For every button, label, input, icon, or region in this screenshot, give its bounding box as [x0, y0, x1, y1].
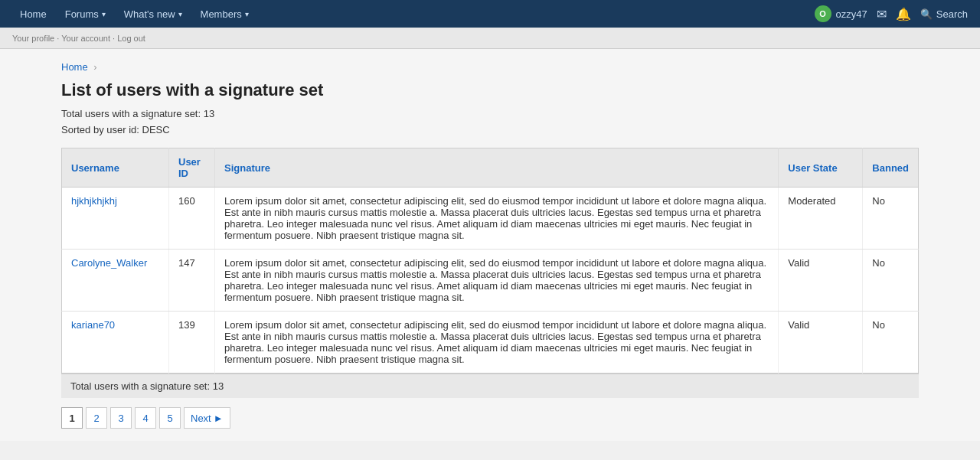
page-btn-5[interactable]: 5	[159, 407, 181, 429]
table-row: kariane70 139 Lorem ipsum dolor sit amet…	[62, 312, 919, 374]
page-btn-4[interactable]: 4	[135, 407, 156, 429]
cell-userstate-2: Valid	[779, 312, 863, 374]
cell-username-1: Carolyne_Walker	[62, 250, 169, 312]
main-content: Home › List of users with a signature se…	[0, 49, 980, 441]
username-label: ozzy47	[836, 8, 867, 20]
user-profile-button[interactable]: O ozzy47	[815, 5, 867, 22]
search-icon: 🔍	[920, 8, 933, 20]
nav-whats-new-label: What's new	[124, 8, 175, 20]
nav-home-label: Home	[20, 8, 47, 20]
search-button[interactable]: 🔍 Search	[920, 8, 968, 20]
cell-username-2: kariane70	[62, 312, 169, 374]
page-title: List of users with a signature set	[61, 80, 919, 100]
secondary-nav-bar: Your profile · Your account · Log out	[0, 28, 980, 49]
nav-home[interactable]: Home	[12, 4, 54, 24]
cell-signature-2: Lorem ipsum dolor sit amet, consectetur …	[215, 312, 779, 374]
cell-banned-0: No	[863, 188, 919, 250]
cell-signature-1: Lorem ipsum dolor sit amet, consectetur …	[215, 250, 779, 312]
next-arrow-icon: ►	[214, 413, 224, 424]
cell-userid-2: 139	[169, 312, 215, 374]
page-btn-1[interactable]: 1	[61, 407, 83, 429]
page-btn-3[interactable]: 3	[110, 407, 132, 429]
col-header-signature[interactable]: Signature	[215, 148, 779, 188]
cell-userstate-1: Valid	[779, 250, 863, 312]
cell-banned-1: No	[863, 250, 919, 312]
notifications-icon[interactable]: 🔔	[896, 7, 911, 21]
page-btn-2[interactable]: 2	[86, 407, 107, 429]
footer-total-label: Total users with a signature set: 13	[70, 380, 224, 392]
breadcrumb-home-link[interactable]: Home	[61, 61, 88, 73]
page-total-label: Total users with a signature set: 13	[61, 108, 919, 119]
avatar: O	[815, 5, 831, 22]
whats-new-dropdown-icon: ▾	[178, 10, 182, 18]
secondary-nav-text: Your profile · Your account · Log out	[12, 34, 145, 43]
users-table: Username User ID Signature User State Ba…	[61, 148, 919, 374]
cell-username-0: hjkhjkhjkhj	[62, 188, 169, 250]
cell-banned-2: No	[863, 312, 919, 374]
cell-signature-0: Lorem ipsum dolor sit amet, consectetur …	[215, 188, 779, 250]
table-row: Carolyne_Walker 147 Lorem ipsum dolor si…	[62, 250, 919, 312]
breadcrumb: Home ›	[61, 61, 919, 73]
pagination: 1 2 3 4 5 Next ►	[61, 407, 919, 429]
col-header-userid[interactable]: User ID	[169, 148, 215, 188]
next-label: Next	[191, 413, 211, 424]
breadcrumb-separator: ›	[93, 61, 96, 73]
nav-forums[interactable]: Forums ▾	[57, 4, 113, 24]
forums-dropdown-icon: ▾	[102, 10, 106, 18]
nav-members[interactable]: Members ▾	[193, 4, 256, 24]
members-dropdown-icon: ▾	[245, 10, 249, 18]
nav-members-label: Members	[201, 8, 242, 20]
nav-forums-label: Forums	[65, 8, 99, 20]
table-header-row: Username User ID Signature User State Ba…	[62, 148, 919, 188]
page-sort-label: Sorted by user id: DESC	[61, 124, 919, 135]
col-header-banned[interactable]: Banned	[863, 148, 919, 188]
user-link-2[interactable]: kariane70	[71, 319, 115, 331]
top-navigation: Home Forums ▾ What's new ▾ Members ▾ O o…	[0, 0, 980, 28]
table-footer: Total users with a signature set: 13	[61, 374, 919, 398]
col-header-username[interactable]: Username	[62, 148, 169, 188]
search-label: Search	[936, 8, 968, 20]
col-header-userstate[interactable]: User State	[779, 148, 863, 188]
user-link-0[interactable]: hjkhjkhjkhj	[71, 195, 117, 207]
table-row: hjkhjkhjkhj 160 Lorem ipsum dolor sit am…	[62, 188, 919, 250]
cell-userid-0: 160	[169, 188, 215, 250]
nav-whats-new[interactable]: What's new ▾	[116, 4, 190, 24]
user-link-1[interactable]: Carolyne_Walker	[71, 257, 147, 269]
cell-userid-1: 147	[169, 250, 215, 312]
cell-userstate-0: Moderated	[779, 188, 863, 250]
mail-icon[interactable]: ✉	[877, 7, 887, 21]
next-page-button[interactable]: Next ►	[184, 407, 230, 429]
